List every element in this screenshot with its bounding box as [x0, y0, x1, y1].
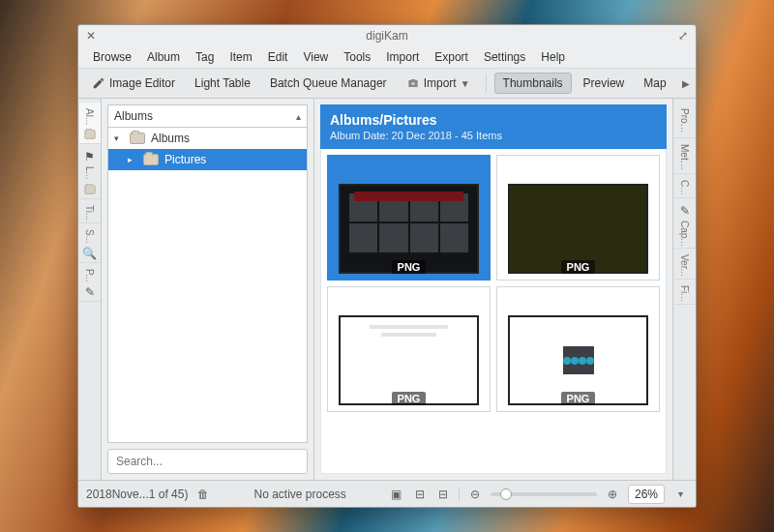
- pick-label-icon[interactable]: ⊟: [435, 487, 451, 502]
- menu-settings[interactable]: Settings: [477, 48, 532, 66]
- menu-album[interactable]: Album: [140, 48, 187, 66]
- format-badge: PNG: [392, 260, 427, 274]
- right-tab-label: Fi...: [679, 285, 690, 302]
- image-editor-button[interactable]: Image Editor: [84, 74, 183, 93]
- menu-tools[interactable]: Tools: [337, 48, 377, 66]
- thumbnail-grid[interactable]: PNG PNG PNG: [320, 149, 667, 474]
- left-tab-people[interactable]: P... ✎: [79, 263, 101, 302]
- light-table-label: Light Table: [194, 76, 251, 90]
- zoom-100-icon[interactable]: ⊕: [605, 487, 620, 502]
- batch-queue-button[interactable]: Batch Queue Manager: [262, 74, 395, 93]
- thumbnail-item[interactable]: PNG: [496, 286, 660, 412]
- batch-queue-label: Batch Queue Manager: [270, 76, 387, 90]
- format-badge: PNG: [561, 392, 596, 405]
- pencil-icon: ✎: [83, 285, 97, 299]
- expand-arrow-icon[interactable]: ▾: [114, 133, 124, 143]
- menu-import[interactable]: Import: [379, 48, 426, 66]
- menu-view[interactable]: View: [296, 48, 335, 66]
- zoom-slider[interactable]: [491, 492, 597, 496]
- right-tab-properties[interactable]: Prope...: [674, 103, 696, 138]
- right-tab-filters[interactable]: Fi...: [674, 280, 696, 305]
- menu-item[interactable]: Item: [223, 48, 258, 66]
- left-tab-label: Al...: [84, 108, 95, 125]
- light-table-button[interactable]: Light Table: [187, 74, 258, 93]
- right-tab-label: Ver...: [679, 254, 690, 277]
- thumbnails-view-button[interactable]: Thumbnails: [494, 73, 572, 94]
- left-tab-label: S...: [84, 229, 95, 244]
- zoom-dropdown-icon[interactable]: ▾: [672, 487, 688, 502]
- tree-header[interactable]: Albums ▴: [107, 104, 308, 127]
- zoom-value: 26%: [635, 488, 658, 501]
- chevron-down-icon: ▼: [461, 78, 470, 89]
- import-dropdown[interactable]: Import ▼: [399, 74, 478, 93]
- album-subtitle: Album Date: 20 Dec 2018 - 45 Items: [330, 130, 657, 141]
- trash-icon[interactable]: 🗑: [195, 487, 211, 502]
- album-tree: ▾ Albums ▸ Pictures: [107, 127, 308, 443]
- rating-icon[interactable]: ⊟: [412, 487, 428, 502]
- right-tab-label: Meta...: [679, 144, 690, 171]
- format-badge: PNG: [561, 260, 596, 274]
- search-icon: 🔍: [83, 247, 97, 260]
- left-sidebar-tabs: Al... ⚑ L... Ti... S... 🔍 P... ✎: [78, 99, 102, 480]
- tree-row-label: Pictures: [164, 153, 206, 166]
- expand-arrow-icon[interactable]: ▸: [128, 155, 137, 164]
- color-label-icon[interactable]: ▣: [389, 487, 404, 502]
- camera-icon: [406, 76, 420, 90]
- close-button[interactable]: ✕: [84, 29, 98, 43]
- preview-view-button[interactable]: Preview: [576, 74, 633, 93]
- menubar: Browse Album Tag Item Edit View Tools Im…: [78, 46, 696, 68]
- left-tab-label: Ti...: [84, 205, 95, 221]
- preview-label: Preview: [583, 76, 625, 90]
- folder-icon: [83, 128, 97, 141]
- right-sidebar-tabs: Prope... Meta... C... ✎ Cap... Ver... Fi…: [672, 99, 696, 480]
- tree-row-root[interactable]: ▾ Albums: [108, 128, 307, 149]
- image-editor-label: Image Editor: [109, 76, 175, 90]
- toolbar-overflow-icon[interactable]: ▶: [682, 78, 690, 89]
- left-tab-search[interactable]: S... 🔍: [79, 223, 101, 263]
- left-tab-albums[interactable]: Al...: [79, 103, 101, 144]
- sort-icon: ▴: [296, 111, 301, 122]
- format-badge: PNG: [392, 392, 427, 405]
- folder-icon: [83, 183, 97, 196]
- album-header: Albums/Pictures Album Date: 20 Dec 2018 …: [320, 104, 667, 149]
- tree-row-label: Albums: [151, 132, 190, 145]
- zoom-value-box[interactable]: 26%: [628, 485, 665, 504]
- left-tab-timeline[interactable]: Ti...: [79, 199, 101, 223]
- svg-point-0: [411, 82, 415, 86]
- body: Al... ⚑ L... Ti... S... 🔍 P... ✎ Alb: [78, 99, 696, 480]
- map-view-button[interactable]: Map: [636, 74, 673, 93]
- tree-row-pictures[interactable]: ▸ Pictures: [108, 149, 307, 170]
- menu-edit[interactable]: Edit: [261, 48, 295, 66]
- left-tab-label: P...: [84, 269, 95, 282]
- main-pane: Albums/Pictures Album Date: 20 Dec 2018 …: [314, 99, 672, 480]
- toolbar: Image Editor Light Table Batch Queue Man…: [78, 68, 696, 99]
- right-tab-versions[interactable]: Ver...: [674, 249, 696, 280]
- album-path: Albums/Pictures: [330, 112, 657, 128]
- thumbnails-label: Thumbnails: [503, 76, 563, 90]
- menu-export[interactable]: Export: [428, 48, 475, 66]
- tree-header-label: Albums: [114, 109, 153, 123]
- right-tab-captions[interactable]: ✎ Cap...: [674, 198, 696, 250]
- right-tab-label: Cap...: [679, 221, 690, 247]
- thumbnail-item[interactable]: PNG: [327, 286, 491, 412]
- menu-browse[interactable]: Browse: [86, 48, 138, 66]
- right-tab-colors[interactable]: C...: [674, 174, 696, 198]
- maximize-button[interactable]: ⤢: [676, 29, 690, 43]
- map-label: Map: [643, 76, 666, 90]
- statusbar-separator: [459, 487, 460, 502]
- status-filename: 2018Nove...1 of 45): [86, 488, 188, 501]
- menu-tag[interactable]: Tag: [189, 48, 221, 66]
- statusbar: 2018Nove...1 of 45) 🗑 No active process …: [78, 480, 696, 507]
- thumbnail-item[interactable]: PNG: [496, 155, 660, 281]
- thumbnail-item[interactable]: PNG: [327, 155, 491, 281]
- zoom-to-fit-icon[interactable]: ⊖: [467, 487, 483, 502]
- menu-help[interactable]: Help: [534, 48, 572, 66]
- left-tab-labels[interactable]: ⚑ L...: [79, 144, 101, 199]
- right-tab-metadata[interactable]: Meta...: [674, 138, 696, 174]
- zoom-slider-knob[interactable]: [500, 488, 512, 500]
- search-input[interactable]: [107, 449, 308, 474]
- window-title: digiKam: [98, 29, 676, 43]
- folder-icon: [130, 133, 145, 144]
- right-tab-label: C...: [679, 180, 690, 195]
- left-tab-label: L...: [84, 166, 95, 180]
